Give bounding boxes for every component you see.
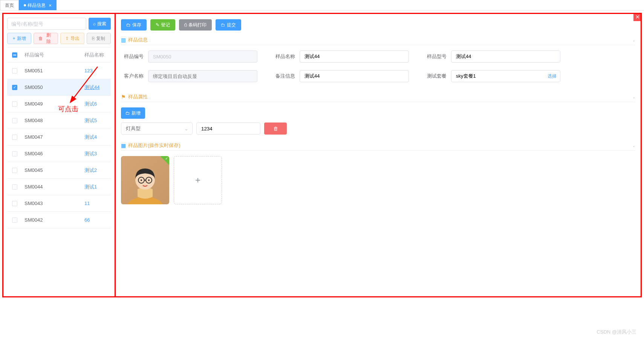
label-sample-name: 样品名称 [272, 53, 295, 60]
delete-button[interactable]: 🗑删除 [34, 33, 58, 44]
detail-panel: ✕ 🗀保存 ✎登记 ⎙条码打印 🗀提交 ▥ 样品信息 ⌄ 样品编号 样品名称 [116, 14, 641, 296]
table-row[interactable]: SM0049 测试6 [7, 96, 111, 112]
close-panel-button[interactable]: ✕ [633, 14, 641, 21]
table-row[interactable]: SM0046 测试3 [7, 145, 111, 162]
search-icon: ⌕ [93, 21, 96, 26]
section-sample-attr[interactable]: ⚑ 样品属性 ⌄ [121, 93, 635, 102]
tab-home[interactable]: 首页 [0, 0, 19, 10]
row-checkbox[interactable] [12, 101, 17, 107]
barcode-button[interactable]: ⎙条码打印 [179, 19, 212, 31]
cell-name-link[interactable]: 11 [84, 201, 90, 206]
select-all-checkbox[interactable] [12, 52, 17, 58]
cell-name-link[interactable]: 测试3 [84, 151, 97, 156]
table-row[interactable]: SM0048 测试5 [7, 112, 111, 129]
cell-id: SM0046 [22, 151, 84, 156]
cell-name-link[interactable]: 测试6 [84, 101, 97, 107]
trash-icon: 🗑 [273, 126, 278, 132]
table-row[interactable]: SM0045 测试2 [7, 162, 111, 179]
save-button[interactable]: 🗀保存 [121, 19, 147, 31]
input-remark[interactable] [300, 70, 409, 82]
print-icon: ⎙ [184, 22, 187, 28]
svg-point-8 [148, 179, 150, 181]
label-sample-no: 样品编号 [121, 53, 144, 60]
chevron-down-icon: ⌄ [632, 38, 635, 42]
trash-icon: 🗑 [38, 36, 43, 41]
cell-id: SM0044 [22, 184, 84, 190]
search-input[interactable] [7, 18, 86, 30]
copy-button[interactable]: ⎘复制 [87, 33, 111, 44]
left-panel: ⌕ 搜索 +新增 🗑删除 ⇪导出 ⎘复制 样品编号 样品名称 SM0051 12… [3, 14, 116, 296]
attr-type-select[interactable]: 灯具型 [121, 123, 193, 135]
submit-button[interactable]: 🗀提交 [216, 19, 241, 31]
add-button[interactable]: +新增 [7, 33, 31, 44]
check-icon: ✓ [165, 156, 168, 161]
label-remark: 备注信息 [272, 73, 295, 80]
add-attr-button[interactable]: 🗀新增 [121, 107, 145, 119]
input-sample-model[interactable] [451, 51, 560, 63]
tabs-bar: 首页 样品信息 ✕ [0, 0, 644, 11]
package-select-link[interactable]: 选择 [548, 73, 557, 80]
sample-table: 样品编号 样品名称 SM0051 123 ✓ SM0050 测试44 SM004… [7, 47, 111, 228]
section-sample-info[interactable]: ▥ 样品信息 ⌄ [121, 37, 635, 45]
avatar-icon [121, 163, 169, 204]
attr-value-input[interactable] [196, 123, 260, 135]
row-checkbox[interactable] [12, 118, 17, 123]
bars-icon: ▥ [121, 37, 126, 43]
row-checkbox[interactable] [12, 151, 17, 156]
cell-name-link[interactable]: 123 [84, 68, 93, 74]
chevron-down-icon: ⌄ [632, 144, 635, 148]
header-id: 样品编号 [22, 52, 84, 58]
folder-icon: 🗀 [126, 22, 131, 28]
attr-delete-button[interactable]: 🗑 [264, 123, 287, 135]
table-row[interactable]: ✓ SM0050 测试44 [7, 79, 111, 96]
cell-id: SM0051 [22, 68, 84, 74]
row-checkbox[interactable] [12, 135, 17, 140]
input-customer [148, 70, 257, 82]
label-customer: 客户名称 [121, 73, 144, 80]
image-icon: ▦ [121, 142, 126, 149]
edit-icon: ✎ [156, 22, 159, 28]
row-checkbox[interactable] [12, 168, 17, 173]
upload-image-button[interactable]: + [174, 156, 222, 204]
section-sample-img[interactable]: ▦ 样品图片(操作实时保存) ⌄ [121, 142, 635, 151]
cell-id: SM0050 [22, 84, 84, 90]
search-button[interactable]: ⌕ 搜索 [89, 18, 111, 30]
label-sample-model: 样品型号 [424, 53, 447, 60]
cell-name-link[interactable]: 测试5 [84, 118, 97, 123]
table-row[interactable]: SM0044 测试1 [7, 179, 111, 195]
header-name: 样品名称 [84, 52, 111, 58]
input-sample-name[interactable] [300, 51, 409, 63]
tag-icon: ⚑ [121, 94, 126, 100]
cell-id: SM0049 [22, 101, 84, 107]
register-button[interactable]: ✎登记 [150, 19, 175, 31]
row-checkbox[interactable]: ✓ [12, 85, 17, 90]
cell-id: SM0048 [22, 118, 84, 123]
row-checkbox[interactable] [12, 217, 17, 223]
label-package: 测试套餐 [424, 73, 447, 80]
table-row[interactable]: SM0042 66 [7, 212, 111, 228]
input-package[interactable] [451, 70, 560, 82]
chevron-down-icon: ⌄ [632, 95, 635, 99]
cell-id: SM0042 [22, 217, 84, 223]
row-checkbox[interactable] [12, 68, 17, 74]
export-button[interactable]: ⇪导出 [60, 33, 84, 44]
cell-id: SM0045 [22, 167, 84, 173]
folder-icon: 🗀 [221, 22, 225, 28]
cell-name-link[interactable]: 测试4 [84, 134, 97, 140]
tab-active-dot-icon [24, 4, 26, 6]
table-row[interactable]: SM0043 11 [7, 195, 111, 212]
folder-icon: 🗀 [125, 110, 130, 116]
cell-id: SM0047 [22, 134, 84, 140]
tab-sample-info[interactable]: 样品信息 ✕ [19, 0, 57, 10]
row-checkbox[interactable] [12, 201, 17, 206]
table-row[interactable]: SM0051 123 [7, 63, 111, 79]
cell-id: SM0043 [22, 201, 84, 206]
cell-name-link[interactable]: 66 [84, 217, 90, 223]
sample-image[interactable]: ✓ [121, 156, 169, 204]
cell-name-link[interactable]: 测试2 [84, 167, 97, 173]
cell-name-link[interactable]: 测试44 [84, 84, 99, 90]
table-row[interactable]: SM0047 测试4 [7, 129, 111, 145]
close-icon[interactable]: ✕ [49, 3, 52, 8]
row-checkbox[interactable] [12, 184, 17, 190]
cell-name-link[interactable]: 测试1 [84, 184, 97, 190]
